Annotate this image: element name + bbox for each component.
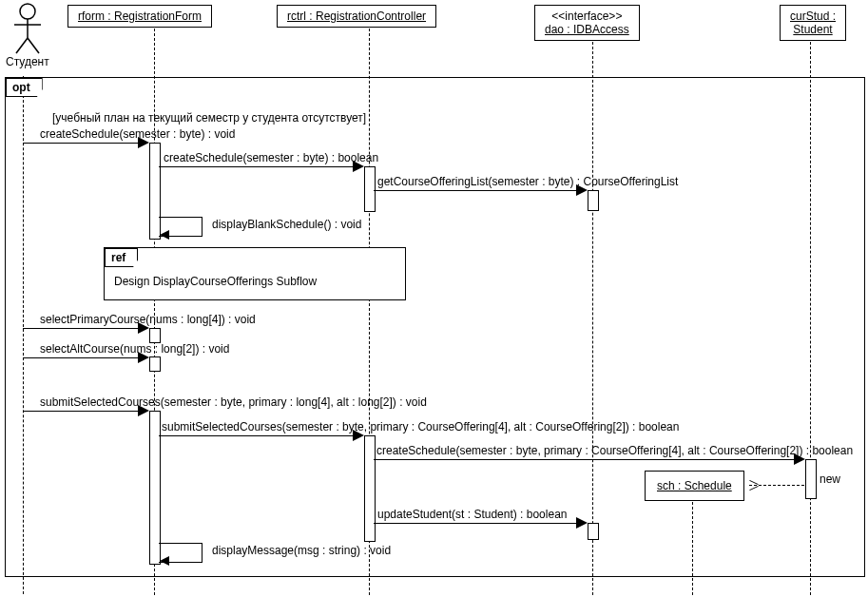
msg-update-student: updateStudent(st : Student) : boolean bbox=[377, 508, 567, 521]
arrowhead-m7 bbox=[138, 405, 149, 416]
activation-dao-2 bbox=[588, 523, 599, 540]
arrow-m2 bbox=[159, 166, 358, 167]
lifeline-sch bbox=[692, 502, 693, 595]
stickman-icon bbox=[10, 2, 45, 55]
arrowhead-m4 bbox=[160, 230, 169, 240]
lifeline-rform-label: rform : RegistrationForm bbox=[78, 10, 202, 23]
arrow-m11 bbox=[374, 523, 582, 524]
arrowhead-m5 bbox=[138, 322, 149, 334]
msg-display-message: displayMessage(msg : string) : void bbox=[212, 544, 391, 557]
lifeline-dao-head: <<interface>> dao : IDBAccess bbox=[534, 5, 640, 41]
ref-text: Design DisplayCourseOfferings Subflow bbox=[114, 275, 317, 288]
msg-new: new bbox=[820, 472, 840, 486]
arrowhead-m11 bbox=[576, 517, 588, 529]
activation-curstud-1 bbox=[805, 459, 817, 499]
lifeline-curstud-label1: curStud : bbox=[790, 10, 836, 23]
opt-guard: [учебный план на текущий семестр у студе… bbox=[52, 111, 366, 125]
activation-dao-1 bbox=[588, 190, 599, 211]
arrow-m5 bbox=[23, 328, 144, 329]
svg-line-3 bbox=[16, 38, 28, 53]
activation-rform-4 bbox=[149, 411, 161, 565]
msg-create-schedule-bool: createSchedule(semester : byte) : boolea… bbox=[164, 151, 378, 164]
msg-select-alt: selectAltCourse(nums : long[2]) : void bbox=[40, 342, 229, 356]
msg-get-course-offering-list: getCourseOfferingList(semester : byte) :… bbox=[377, 175, 678, 188]
schedule-label: sch : Schedule bbox=[657, 479, 732, 492]
arrowhead-m3 bbox=[576, 184, 588, 196]
lifeline-dao-stereotype: <<interface>> bbox=[551, 10, 622, 23]
activation-rctrl-2 bbox=[364, 435, 376, 542]
msg-display-blank-schedule: displayBlankSchedule() : void bbox=[212, 218, 361, 231]
svg-point-0 bbox=[20, 4, 35, 19]
ref-fragment: ref Design DisplayCourseOfferings Subflo… bbox=[104, 247, 406, 300]
arrow-m8 bbox=[159, 435, 358, 436]
msg-create-schedule-co: createSchedule(semester : byte, primary … bbox=[376, 444, 853, 457]
lifeline-curstud-label2: Student bbox=[793, 23, 832, 36]
lifeline-rctrl-label: rctrl : RegistrationController bbox=[287, 10, 426, 23]
arrowhead-m1 bbox=[138, 137, 149, 148]
msg-submit-co: submitSelectedCourses(semester : byte, p… bbox=[162, 420, 679, 433]
activation-rform-3 bbox=[149, 356, 161, 372]
svg-line-4 bbox=[28, 38, 39, 53]
lifeline-dao-label: dao : IDBAccess bbox=[545, 23, 629, 36]
arrowhead-m8 bbox=[353, 430, 364, 441]
lifeline-curstud-head: curStud : Student bbox=[780, 5, 846, 41]
arrowhead-m9 bbox=[794, 453, 805, 465]
actor-student: Студент bbox=[6, 2, 49, 68]
arrowhead-m2 bbox=[353, 161, 364, 172]
schedule-object: sch : Schedule bbox=[645, 471, 744, 501]
actor-label: Студент bbox=[6, 55, 49, 68]
arrow-m1 bbox=[23, 143, 144, 144]
lifeline-rctrl-head: rctrl : RegistrationController bbox=[277, 5, 436, 28]
lifeline-rform-head: rform : RegistrationForm bbox=[68, 5, 212, 28]
arrow-m9 bbox=[374, 459, 800, 460]
sequence-diagram: Студент rform : RegistrationForm rctrl :… bbox=[0, 0, 868, 597]
msg-submit-long: submitSelectedCourses(semester : byte, p… bbox=[40, 395, 427, 409]
activation-rform-2 bbox=[149, 328, 161, 343]
arrowhead-m12 bbox=[160, 556, 169, 566]
opt-label: opt bbox=[6, 78, 43, 97]
opt-fragment: opt bbox=[5, 77, 865, 577]
ref-label: ref bbox=[105, 248, 138, 267]
arrow-m3 bbox=[374, 190, 582, 191]
arrow-m6 bbox=[23, 357, 144, 358]
arrowhead-m6 bbox=[138, 352, 149, 363]
activation-rctrl-1 bbox=[364, 166, 376, 212]
arrow-m7 bbox=[23, 411, 144, 412]
